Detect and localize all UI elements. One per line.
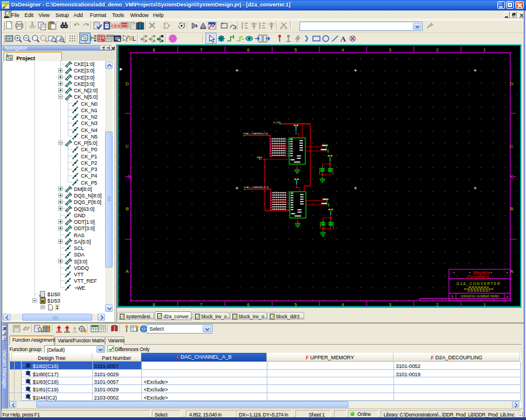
svg-text:7: 7	[200, 302, 202, 307]
svg-text:A: A	[126, 269, 129, 274]
svg-text:A: A	[340, 34, 346, 43]
svg-text:1: 1	[483, 302, 486, 307]
svg-text:b: b	[452, 294, 454, 298]
svg-text:<DRAWING NUMBER HERE>: <DRAWING NUMBER HERE>	[460, 295, 500, 298]
svg-text:CKE[3:0]: CKE[3:0]	[74, 81, 95, 87]
svg-text:5: 5	[294, 47, 297, 53]
svg-text:DM[8:0]: DM[8:0]	[74, 186, 92, 192]
svg-text:$1I53: $1I53	[47, 298, 60, 304]
svg-text:CK_N5: CK_N5	[81, 134, 98, 140]
svg-text:4: 4	[342, 47, 344, 53]
svg-text:CK_N2: CK_N2	[81, 114, 98, 120]
svg-text:CK_N4: CK_N4	[81, 127, 98, 133]
svg-text:«DAC_CHANNEL[7:0]: «DAC_CHANNEL[7:0]	[243, 132, 268, 135]
svg-text:VTT: VTT	[74, 272, 84, 277]
svg-text:CK_P[5:0]: CK_P[5:0]	[74, 140, 97, 146]
svg-text:SDA: SDA	[74, 252, 85, 258]
svg-text:CKE[3:0]: CKE[3:0]	[74, 75, 95, 81]
svg-text:1: 1	[56, 304, 59, 310]
svg-text:SA[5:0]: SA[5:0]	[74, 239, 91, 245]
svg-text:DQS_N[8:0]: DQS_N[8:0]	[74, 193, 102, 199]
svg-text:CK_P0: CK_P0	[81, 147, 97, 152]
svg-text:CK_N0: CK_N0	[81, 101, 98, 107]
svg-text:A: A	[510, 269, 514, 274]
svg-text:DQ[63:0]: DQ[63:0]	[74, 206, 95, 212]
svg-text:4: 4	[342, 302, 344, 307]
svg-text:C: C	[126, 144, 129, 149]
svg-text:RAS: RAS	[74, 232, 85, 238]
svg-text:DQS_P[8:0]: DQS_P[8:0]	[74, 199, 102, 205]
svg-text:CES: CES	[112, 24, 120, 28]
svg-text:D2A_CONVERTER: D2A_CONVERTER	[457, 282, 501, 286]
svg-text:CK_N1: CK_N1	[81, 107, 98, 113]
svg-text:CK_N3: CK_N3	[81, 120, 98, 126]
svg-text:~WE: ~WE	[74, 285, 86, 291]
svg-text:CK_P1: CK_P1	[81, 154, 97, 159]
svg-text:CK_P2: CK_P2	[81, 160, 97, 166]
svg-text:B: B	[126, 206, 128, 211]
svg-text:CKE[1:0]: CKE[1:0]	[74, 61, 95, 67]
svg-text:D: D	[126, 81, 129, 86]
svg-text:2: 2	[436, 302, 438, 307]
svg-text:3: 3	[389, 302, 391, 307]
svg-text:CK_N[5:0]: CK_N[5:0]	[74, 94, 98, 100]
svg-text:7: 7	[200, 47, 202, 53]
svg-text:L: L	[133, 36, 136, 42]
svg-text:Graphics: Graphics	[467, 273, 489, 280]
svg-text:5: 5	[294, 302, 297, 307]
svg-text:VTT_REF: VTT_REF	[74, 278, 97, 284]
svg-text:VDDQ: VDDQ	[74, 265, 89, 271]
svg-text:SCL: SCL	[74, 245, 84, 251]
svg-text:RAS: RAS	[257, 156, 262, 159]
svg-text:1: 1	[483, 47, 486, 53]
svg-text:ODT[3:0]: ODT[3:0]	[74, 225, 95, 231]
svg-text:D: D	[510, 81, 514, 86]
svg-text:CK_P5: CK_P5	[81, 180, 97, 186]
svg-text:o: o	[507, 294, 508, 298]
svg-text:C: C	[510, 144, 514, 149]
svg-text:S[3:0]: S[3:0]	[74, 259, 88, 265]
svg-text:8: 8	[153, 47, 155, 53]
svg-text:6: 6	[247, 302, 249, 307]
svg-text:CK_N[2:0]: CK_N[2:0]	[74, 88, 98, 93]
svg-text:4_5VD: 4_5VD	[273, 121, 281, 124]
svg-text:GND: GND	[74, 213, 86, 218]
svg-text:B: B	[510, 206, 513, 211]
svg-text:CK_P3: CK_P3	[81, 166, 97, 172]
svg-text:3: 3	[389, 47, 391, 53]
svg-text:ODT[1:0]: ODT[1:0]	[74, 219, 95, 225]
svg-text:6: 6	[247, 47, 249, 53]
svg-text:$1I50: $1I50	[47, 291, 60, 297]
svg-text:2: 2	[436, 47, 438, 53]
svg-text:8: 8	[153, 302, 155, 307]
svg-text:«DAC_CHANNEL[7:0]: «DAC_CHANNEL[7:0]	[243, 186, 269, 189]
svg-text:CK_P4: CK_P4	[81, 173, 97, 179]
svg-text:CKE[3:0]: CKE[3:0]	[74, 68, 95, 74]
